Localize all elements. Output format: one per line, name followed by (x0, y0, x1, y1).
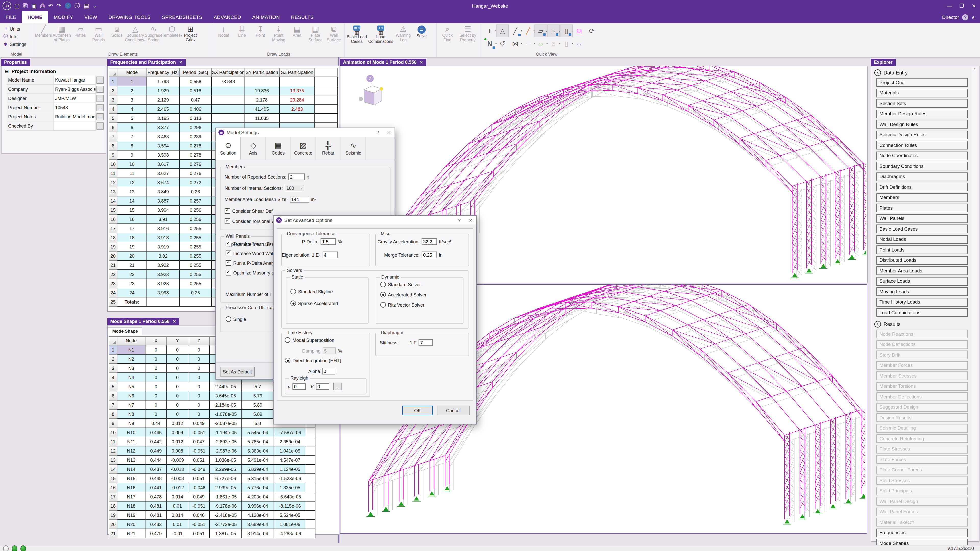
explorer-item[interactable]: Members (877, 193, 968, 202)
cell-frequency[interactable]: 3.922 (147, 260, 180, 270)
cell-period[interactable]: 0.296 (180, 123, 212, 132)
explorer-item[interactable]: Plate Stresses (877, 445, 968, 453)
cell-rotation-y[interactable]: 5.545e-04 (242, 428, 274, 437)
explorer-item[interactable]: Node Deflections (877, 340, 968, 349)
direct-integration-radio[interactable] (285, 358, 290, 363)
print-icon[interactable]: ⎙ (40, 0, 45, 11)
ribbon-tab[interactable]: RESULTS (285, 11, 319, 23)
cell-mode[interactable]: 18 (117, 233, 147, 242)
cell-frequency[interactable]: 3.598 (147, 150, 180, 159)
cell-period[interactable]: 0.255 (180, 224, 212, 233)
cell-y[interactable]: 0.014 (167, 492, 188, 501)
cell-rotation-x[interactable]: 3.645e-05 (210, 391, 242, 400)
cell-x[interactable]: 0 (145, 400, 167, 410)
cell-y[interactable]: 0 (167, 410, 188, 419)
row-header[interactable]: 20 (109, 251, 117, 260)
cell-rotation-y[interactable]: 5.363e-04 (242, 446, 274, 455)
ribbon-button[interactable]: ⬡ Templates▾ (163, 24, 181, 38)
cell-node[interactable]: N3 (117, 364, 145, 373)
gravity-input[interactable] (422, 238, 437, 245)
row-header[interactable]: 18 (109, 233, 117, 242)
cell-z[interactable]: -0.051 (188, 428, 210, 437)
cell-rotation-z[interactable]: 5.524e-05 (274, 510, 306, 519)
ribbon-button[interactable]: ▭ Wall Panels▾ (89, 24, 108, 42)
row-header[interactable]: 16 (109, 483, 117, 492)
property-value[interactable] (53, 121, 96, 130)
mode-shape-subtab[interactable]: Mode Shape (108, 327, 142, 335)
solid-contour-icon[interactable]: ⧈▾ (547, 37, 560, 50)
cell-y[interactable]: 0 (167, 354, 188, 364)
plate-label-icon[interactable]: ▱▾ (535, 24, 547, 37)
cell-frequency[interactable]: 3.919 (147, 242, 180, 251)
new-file-icon[interactable]: ▢ (14, 0, 20, 11)
cell-node[interactable]: N9 (117, 419, 145, 428)
cell-node[interactable]: N6 (117, 391, 145, 400)
cell-period[interactable]: 0.256 (180, 205, 212, 214)
stacked-plates-icon[interactable]: ⧉ (573, 24, 585, 37)
radio-option[interactable]: Accelerated Solver (380, 292, 463, 297)
cell-mode[interactable]: 8 (117, 141, 147, 150)
explorer-item[interactable]: Suggested Design (877, 403, 968, 411)
radio-option[interactable]: Sparse Accelerated (290, 300, 368, 306)
row-header[interactable]: 18 (109, 501, 117, 510)
cell-sx[interactable]: 73.848 (212, 77, 244, 86)
settings-tab[interactable]: ∿ Seismic (341, 137, 366, 160)
row-header[interactable]: 12 (109, 446, 117, 455)
cell-rotation-y[interactable]: 5.839e-04 (242, 465, 274, 474)
radio-option[interactable]: Standard Solver (380, 282, 463, 287)
ribbon-button[interactable]: ↓ Nodal (215, 24, 233, 38)
column-header[interactable]: Y (167, 337, 188, 345)
row-header[interactable]: 19 (109, 242, 117, 251)
close-icon[interactable]: ✕ (172, 319, 176, 324)
wall-contour-icon[interactable]: ▯▾ (560, 37, 573, 50)
node-label-icon[interactable]: N▾ (484, 37, 496, 50)
explorer-pane-tab[interactable]: Explorer (871, 59, 896, 66)
cell-mode[interactable]: Totals: (117, 297, 147, 306)
cell-sz[interactable]: 13.375 (280, 86, 315, 95)
radio-icon[interactable] (380, 302, 386, 308)
torsional-warping-checkbox[interactable] (224, 218, 230, 224)
cell-rotation-y[interactable]: 5.8 (242, 419, 274, 428)
row-header[interactable]: 22 (109, 270, 117, 279)
row-header[interactable]: 21 (109, 529, 117, 538)
cell-period[interactable]: 0.276 (180, 168, 212, 178)
ellipsis-button[interactable]: ... (97, 122, 103, 130)
cell-node[interactable]: N7 (117, 400, 145, 410)
cell-mode[interactable]: 14 (117, 196, 147, 205)
units-button[interactable]: ⌗ Units (0, 25, 33, 33)
plate-contour-icon[interactable]: ▱▾ (535, 37, 547, 50)
cell-z[interactable]: 0.051 (188, 474, 210, 483)
cell-z[interactable]: 0 (188, 354, 210, 364)
eigensolution-input[interactable] (322, 251, 338, 258)
app-logo-3d[interactable]: 3D (3, 1, 11, 10)
cell-mode[interactable]: 20 (117, 251, 147, 260)
cell-period[interactable]: 0.272 (180, 178, 212, 187)
ribbon-button[interactable]: ╱ Members▾ (34, 24, 52, 38)
explorer-item[interactable]: Solid Stresses (877, 476, 968, 485)
row-header[interactable]: 5 (109, 382, 117, 391)
property-value[interactable]: Building Model moc (53, 112, 96, 121)
row-header[interactable]: 8 (109, 410, 117, 419)
corner-cell[interactable] (109, 68, 117, 77)
more-icon[interactable]: ⌄ (93, 0, 97, 11)
rayleigh-more-button[interactable]: ... (333, 383, 342, 390)
cell-period[interactable]: 0.255 (180, 242, 212, 251)
column-header[interactable]: Node (117, 337, 145, 345)
cell-frequency[interactable]: 3.377 (147, 123, 180, 132)
cell-rotation-y[interactable]: 5.776e-04 (242, 483, 274, 492)
settings-tab[interactable]: ▨ Concrete (291, 137, 316, 160)
cell-period[interactable]: 0.278 (180, 141, 212, 150)
explorer-item[interactable]: Seismic Detailing (877, 424, 968, 432)
frequencies-pane-tab[interactable]: Frequencies and Participation✕ (107, 59, 186, 66)
row-header[interactable]: 3 (109, 95, 117, 104)
cell-period[interactable]: 0.26 (180, 187, 212, 196)
cell-x[interactable]: 0.449 (145, 446, 167, 455)
cell-z[interactable]: 0 (188, 391, 210, 400)
cell-frequency[interactable]: 3.923 (147, 279, 180, 288)
cell-sz[interactable] (280, 114, 315, 123)
row-header[interactable]: 5 (109, 114, 117, 123)
cell-node[interactable]: N2 (117, 354, 145, 364)
close-icon[interactable]: ✕ (179, 60, 183, 65)
cell-frequency[interactable]: 3.594 (147, 141, 180, 150)
cell-mode[interactable]: 2 (117, 86, 147, 95)
